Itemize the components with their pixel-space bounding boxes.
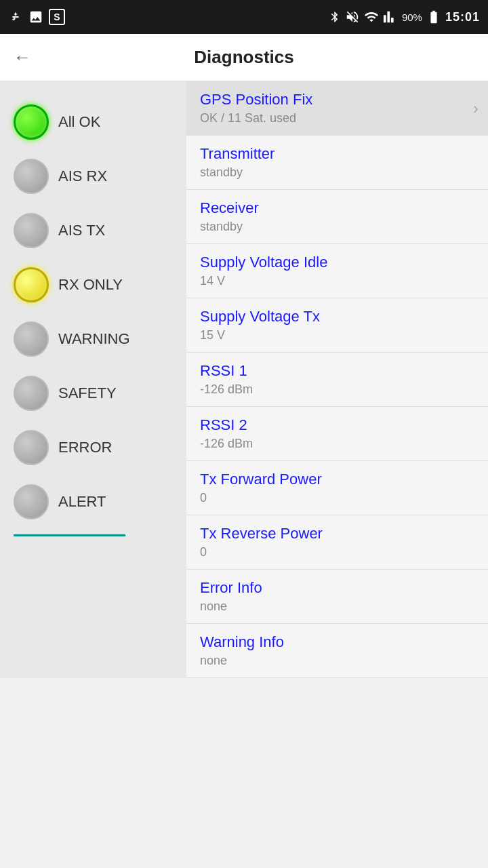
diag-item-rssi-2[interactable]: RSSI 2 -126 dBm <box>186 407 488 461</box>
diag-value-warning-info: none <box>200 654 474 668</box>
diag-value-supply-voltage-tx: 15 V <box>200 328 474 342</box>
diag-item-error-info[interactable]: Error Info none <box>186 570 488 624</box>
back-button[interactable]: ← <box>14 47 31 68</box>
status-bar: S 90% 15:01 <box>0 0 488 34</box>
diag-item-supply-voltage-tx[interactable]: Supply Voltage Tx 15 V <box>186 298 488 353</box>
sidebar-label-warning: WARNING <box>58 330 130 348</box>
diag-value-transmitter: standby <box>200 165 474 180</box>
image-icon <box>28 9 43 24</box>
battery-percent: 90% <box>402 12 422 23</box>
diag-title-gps-position-fix: GPS Position Fix <box>200 91 474 108</box>
sidebar-item-safety[interactable]: SAFETY <box>0 366 186 420</box>
sidebar-item-warning[interactable]: WARNING <box>0 312 186 366</box>
diag-item-supply-voltage-idle[interactable]: Supply Voltage Idle 14 V <box>186 244 488 298</box>
sidebar-item-alert[interactable]: ALERT <box>0 475 186 529</box>
bluetooth-icon <box>329 9 341 24</box>
diag-value-gps-position-fix: OK / 11 Sat. used <box>200 111 474 125</box>
indicator-ais-rx <box>14 159 49 194</box>
sidebar-item-error[interactable]: ERROR <box>0 420 186 475</box>
status-icons-left: S <box>8 9 65 25</box>
sidebar-label-ais-tx: AIS TX <box>58 222 105 239</box>
diag-value-error-info: none <box>200 599 474 614</box>
sidebar-item-ais-rx[interactable]: AIS RX <box>0 149 186 203</box>
indicator-warning <box>14 321 49 357</box>
diag-item-gps-position-fix[interactable]: GPS Position Fix OK / 11 Sat. used › <box>186 81 488 136</box>
sidebar-item-all-ok[interactable]: All OK <box>0 95 186 149</box>
diag-value-receiver: standby <box>200 220 474 234</box>
diag-item-warning-info[interactable]: Warning Info none <box>186 624 488 678</box>
status-icons-right: 90% 15:01 <box>329 9 480 24</box>
sidebar-label-alert: ALERT <box>58 493 106 511</box>
diag-title-warning-info: Warning Info <box>200 633 474 651</box>
sidebar-label-rx-only: RX ONLY <box>58 276 123 294</box>
diag-title-rssi-2: RSSI 2 <box>200 416 474 434</box>
clock: 15:01 <box>445 10 480 24</box>
chevron-right-icon: › <box>473 99 479 118</box>
sidebar-label-safety: SAFETY <box>58 384 117 402</box>
diag-item-tx-reverse-power[interactable]: Tx Reverse Power 0 <box>186 515 488 570</box>
diag-title-supply-voltage-tx: Supply Voltage Tx <box>200 308 474 326</box>
top-bar: ← Diagnostics <box>0 34 488 81</box>
battery-icon <box>426 9 441 24</box>
diag-item-transmitter[interactable]: Transmitter standby <box>186 136 488 190</box>
sidebar-label-all-ok: All OK <box>58 113 100 131</box>
signal-icon <box>383 9 398 24</box>
sidebar-label-ais-rx: AIS RX <box>58 167 107 185</box>
indicator-safety <box>14 376 49 411</box>
sidebar-divider <box>14 534 125 536</box>
main-content: All OK AIS RX AIS TX RX ONLY WARNING SAF… <box>0 81 488 678</box>
diag-item-tx-forward-power[interactable]: Tx Forward Power 0 <box>186 461 488 515</box>
diag-item-receiver[interactable]: Receiver standby <box>186 190 488 244</box>
diag-value-rssi-1: -126 dBm <box>200 382 474 397</box>
diagnostics-list: GPS Position Fix OK / 11 Sat. used › Tra… <box>186 81 488 678</box>
sidebar-item-ais-tx[interactable]: AIS TX <box>0 203 186 258</box>
s-icon: S <box>49 9 65 25</box>
diag-title-tx-forward-power: Tx Forward Power <box>200 471 474 488</box>
diag-title-error-info: Error Info <box>200 579 474 597</box>
volume-mute-icon <box>345 9 360 24</box>
indicator-ais-tx <box>14 213 49 248</box>
diag-value-supply-voltage-idle: 14 V <box>200 274 474 288</box>
diag-title-rssi-1: RSSI 1 <box>200 362 474 380</box>
diag-title-tx-reverse-power: Tx Reverse Power <box>200 525 474 542</box>
diag-value-tx-reverse-power: 0 <box>200 545 474 559</box>
usb-icon <box>8 9 23 24</box>
indicator-rx-only <box>14 267 49 302</box>
sidebar-label-error: ERROR <box>58 439 112 456</box>
diag-value-rssi-2: -126 dBm <box>200 437 474 451</box>
sidebar-item-rx-only[interactable]: RX ONLY <box>0 258 186 312</box>
indicator-alert <box>14 484 49 519</box>
diag-title-transmitter: Transmitter <box>200 145 474 163</box>
diag-item-rssi-1[interactable]: RSSI 1 -126 dBm <box>186 353 488 407</box>
indicator-all-ok <box>14 104 49 140</box>
diag-value-tx-forward-power: 0 <box>200 491 474 505</box>
sidebar: All OK AIS RX AIS TX RX ONLY WARNING SAF… <box>0 81 186 678</box>
wifi-icon <box>364 9 379 24</box>
page-title: Diagnostics <box>45 47 443 68</box>
diag-title-receiver: Receiver <box>200 199 474 217</box>
indicator-error <box>14 430 49 465</box>
diag-title-supply-voltage-idle: Supply Voltage Idle <box>200 254 474 271</box>
